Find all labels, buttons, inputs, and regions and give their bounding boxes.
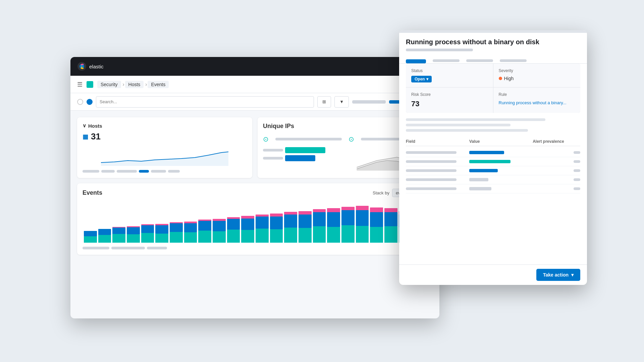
value-header-label: Value bbox=[469, 139, 533, 144]
bar-group-14 bbox=[284, 212, 297, 243]
fv-row-3 bbox=[406, 175, 580, 184]
status-value: Open bbox=[415, 77, 425, 81]
elastic-logo-text: elastic bbox=[89, 64, 104, 69]
search-input[interactable] bbox=[96, 96, 314, 108]
ip-label-1 bbox=[263, 149, 283, 152]
bar-group-8 bbox=[198, 220, 211, 243]
status-chevron: ▾ bbox=[426, 77, 428, 81]
bar-teal-8 bbox=[198, 231, 211, 243]
bar-pink-17 bbox=[327, 208, 340, 212]
bar-teal-5 bbox=[155, 234, 168, 243]
bar-group-5 bbox=[155, 224, 168, 243]
fv-value-bar-3 bbox=[469, 178, 488, 181]
breadcrumb-bar: ☰ Security Hosts Events bbox=[70, 76, 439, 93]
fv-prevalence-0 bbox=[574, 151, 580, 154]
chart-pills bbox=[83, 170, 247, 173]
detail-footer: Take action ▾ bbox=[399, 264, 587, 285]
bar-chart bbox=[83, 202, 427, 243]
svg-point-4 bbox=[79, 65, 82, 68]
bar-blue-12 bbox=[256, 217, 269, 229]
field-header-label: Field bbox=[406, 139, 469, 144]
bar-teal-18 bbox=[341, 225, 355, 243]
risk-score-label: Risk Score bbox=[411, 92, 488, 97]
ip-bars-left bbox=[263, 147, 344, 172]
bar-group-12 bbox=[256, 215, 269, 243]
take-action-btn[interactable]: Take action ▾ bbox=[536, 269, 580, 281]
detail-tab-active[interactable] bbox=[406, 59, 426, 63]
bar-teal-13 bbox=[270, 229, 283, 243]
filter-placeholder bbox=[352, 100, 386, 104]
fv-field-0 bbox=[406, 151, 457, 154]
fv-prevalence-1 bbox=[574, 160, 580, 163]
severity-text: High bbox=[504, 76, 514, 81]
risk-score-cell: Risk Score 73 bbox=[406, 87, 493, 113]
map-label-left bbox=[275, 138, 342, 140]
hamburger-menu[interactable]: ☰ bbox=[77, 81, 83, 88]
severity-dot bbox=[499, 77, 502, 80]
breadcrumb-security[interactable]: Security bbox=[97, 81, 121, 88]
bar-pink-18 bbox=[341, 207, 355, 210]
breadcrumb-events[interactable]: Events bbox=[148, 81, 169, 88]
bar-teal-15 bbox=[299, 228, 312, 243]
events-card: Events Stack by event.action ▾ bbox=[77, 183, 433, 255]
take-action-chevron: ▾ bbox=[571, 272, 574, 278]
bar-pink-20 bbox=[370, 207, 383, 212]
bar-group-1 bbox=[98, 229, 111, 243]
fv-field-2 bbox=[406, 169, 457, 172]
status-cell: Status Open ▾ bbox=[406, 64, 493, 87]
bar-teal-16 bbox=[313, 226, 326, 243]
radio-btn-on[interactable] bbox=[87, 99, 93, 105]
detail-tab-3[interactable] bbox=[466, 59, 493, 62]
fv-value-bar-4 bbox=[469, 187, 491, 190]
dropdown-btn[interactable]: ▼ bbox=[334, 96, 349, 108]
bar-teal-12 bbox=[256, 229, 269, 243]
bar-teal-17 bbox=[327, 227, 340, 243]
detail-placeholder-rows bbox=[399, 118, 587, 132]
detail-tab-2[interactable] bbox=[433, 59, 460, 62]
svg-point-5 bbox=[82, 65, 84, 68]
bar-group-13 bbox=[270, 214, 283, 243]
bar-blue-3 bbox=[127, 227, 140, 234]
detail-meta-grid: Status Open ▾ Severity High Risk Score 7… bbox=[406, 64, 580, 113]
bar-teal-14 bbox=[284, 228, 297, 243]
chevron-down-icon: ▼ bbox=[339, 99, 344, 104]
hosts-line-chart bbox=[83, 146, 247, 166]
bar-blue-2 bbox=[112, 228, 125, 234]
status-badge[interactable]: Open ▾ bbox=[411, 76, 432, 82]
bar-pink-13 bbox=[270, 214, 283, 217]
map-pin-right: ⊙ bbox=[348, 135, 354, 143]
bar-group-17 bbox=[327, 208, 340, 243]
nav-square-icon bbox=[87, 81, 93, 88]
bar-blue-1 bbox=[98, 229, 111, 235]
pill-2 bbox=[101, 170, 115, 173]
fv-field-4 bbox=[406, 187, 457, 190]
grid-icon: ⊞ bbox=[322, 99, 326, 104]
bar-pink-14 bbox=[284, 212, 297, 215]
severity-label: Severity bbox=[499, 68, 575, 73]
radio-btn-off[interactable] bbox=[77, 99, 83, 105]
bar-group-16 bbox=[313, 209, 326, 243]
bar-teal-10 bbox=[227, 230, 240, 243]
bar-blue-13 bbox=[270, 217, 283, 229]
rule-cell: Rule Running process without a binary... bbox=[493, 87, 581, 113]
main-content: ∨ Hosts ▦ 31 bbox=[70, 111, 439, 261]
bar-group-3 bbox=[127, 226, 140, 243]
detail-panel: Running process without a binary on disk… bbox=[399, 30, 587, 285]
elastic-logo: elastic bbox=[77, 62, 104, 71]
ph-row-3 bbox=[406, 129, 528, 132]
rule-link[interactable]: Running process without a binary... bbox=[499, 100, 567, 105]
bar-group-21 bbox=[384, 208, 397, 243]
breadcrumb-hosts[interactable]: Hosts bbox=[125, 81, 144, 88]
detail-tab-4[interactable] bbox=[500, 59, 527, 62]
bar-pink-11 bbox=[241, 216, 254, 219]
fv-value-bar-2 bbox=[469, 169, 498, 172]
grid-btn[interactable]: ⊞ bbox=[317, 96, 331, 108]
bar-group-19 bbox=[356, 206, 369, 243]
field-value-table: Field Value Alert prevalence bbox=[399, 137, 587, 264]
detail-top-bar bbox=[399, 30, 587, 33]
bar-group-15 bbox=[299, 211, 312, 243]
ev-pill-2 bbox=[111, 247, 145, 249]
fv-value-bar-1 bbox=[469, 160, 511, 163]
bar-blue-10 bbox=[227, 219, 240, 230]
fv-rows bbox=[406, 148, 580, 193]
